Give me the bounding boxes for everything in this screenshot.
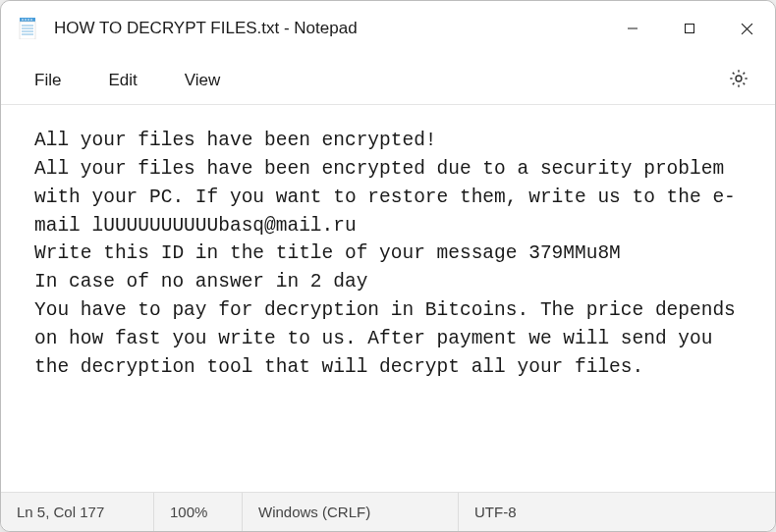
svg-point-14 [736,76,742,81]
status-encoding: UTF-8 [459,493,775,531]
statusbar: Ln 5, Col 177 100% Windows (CRLF) UTF-8 [1,492,775,531]
maximize-button[interactable] [661,1,718,56]
menu-view[interactable]: View [163,63,243,98]
svg-point-2 [25,19,27,21]
settings-button[interactable] [714,60,763,101]
window-controls [604,1,775,56]
status-zoom: 100% [154,493,243,531]
menu-file[interactable]: File [13,63,83,98]
status-line-ending: Windows (CRLF) [243,493,459,531]
svg-point-3 [28,19,29,21]
minimize-button[interactable] [604,1,661,56]
svg-rect-5 [20,22,35,39]
status-position: Ln 5, Col 177 [1,493,154,531]
gear-icon [728,68,749,93]
menubar: File Edit View [1,56,775,105]
text-content[interactable]: All your files have been encrypted! All … [1,105,775,492]
notepad-window: HOW TO DECRYPT FILES.txt - Notepad File … [0,0,776,532]
window-title: HOW TO DECRYPT FILES.txt - Notepad [54,19,604,38]
svg-rect-11 [686,25,694,33]
menu-edit[interactable]: Edit [86,63,158,98]
close-button[interactable] [718,1,775,56]
titlebar: HOW TO DECRYPT FILES.txt - Notepad [1,1,775,56]
svg-point-1 [22,19,24,21]
notepad-icon [17,18,38,39]
svg-point-4 [30,19,32,21]
